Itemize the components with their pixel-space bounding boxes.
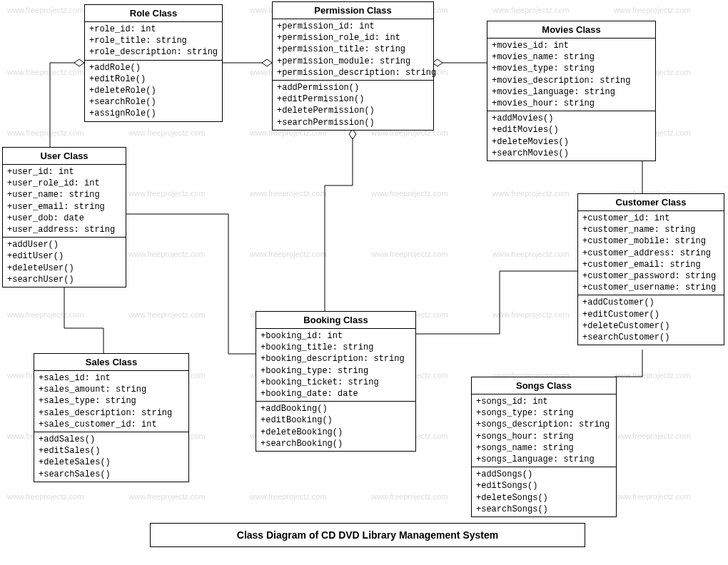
class-attrs: +customer_id: int +customer_name: string…	[578, 211, 724, 295]
class-methods: +addPermission() +editPermission() +dele…	[273, 81, 433, 130]
class-methods: +addCustomer() +editCustomer() +deleteCu…	[578, 295, 724, 345]
class-songs: Songs Class +songs_id: int +songs_type: …	[471, 377, 617, 517]
class-title: Sales Class	[34, 354, 188, 371]
class-title: Songs Class	[472, 377, 616, 395]
class-attrs: +permission_id: int +permission_role_id:…	[273, 19, 433, 81]
class-methods: +addMovies() +editMovies() +deleteMovies…	[487, 111, 655, 161]
class-sales: Sales Class +sales_id: int +sales_amount…	[34, 353, 189, 482]
class-role: Role Class +role_id: int +role_title: st…	[84, 4, 223, 122]
class-customer: Customer Class +customer_id: int +custom…	[577, 193, 724, 345]
class-booking: Booking Class +booking_id: int +booking_…	[256, 311, 416, 452]
class-permission: Permission Class +permission_id: int +pe…	[272, 1, 434, 131]
class-methods: +addSongs() +editSongs() +deleteSongs() …	[472, 467, 616, 516]
class-attrs: +sales_id: int +sales_amount: string +sa…	[34, 371, 188, 432]
diagram-title: Class Diagram of CD DVD Library Manageme…	[150, 523, 585, 547]
class-movies: Movies Class +movies_id: int +movies_nam…	[487, 21, 656, 161]
class-title: Permission Class	[273, 2, 433, 19]
class-user: User Class +user_id: int +user_role_id: …	[2, 147, 126, 287]
class-attrs: +user_id: int +user_role_id: int +user_n…	[3, 165, 126, 238]
class-title: Booking Class	[256, 312, 415, 329]
class-title: Customer Class	[578, 194, 724, 211]
class-methods: +addSales() +editSales() +deleteSales() …	[34, 432, 188, 482]
class-title: User Class	[3, 148, 126, 165]
class-attrs: +songs_id: int +songs_type: string +song…	[472, 395, 616, 467]
class-methods: +addRole() +editRole() +deleteRole() +se…	[85, 61, 222, 121]
class-title: Movies Class	[487, 21, 655, 39]
class-title: Role Class	[85, 5, 222, 22]
class-methods: +addUser() +editUser() +deleteUser() +se…	[3, 238, 126, 287]
class-attrs: +booking_id: int +booking_title: string …	[256, 329, 415, 402]
class-attrs: +movies_id: int +movies_name: string +mo…	[487, 39, 655, 111]
class-methods: +addBooking() +editBooking() +deleteBook…	[256, 402, 415, 451]
class-attrs: +role_id: int +role_title: string +role_…	[85, 22, 222, 61]
